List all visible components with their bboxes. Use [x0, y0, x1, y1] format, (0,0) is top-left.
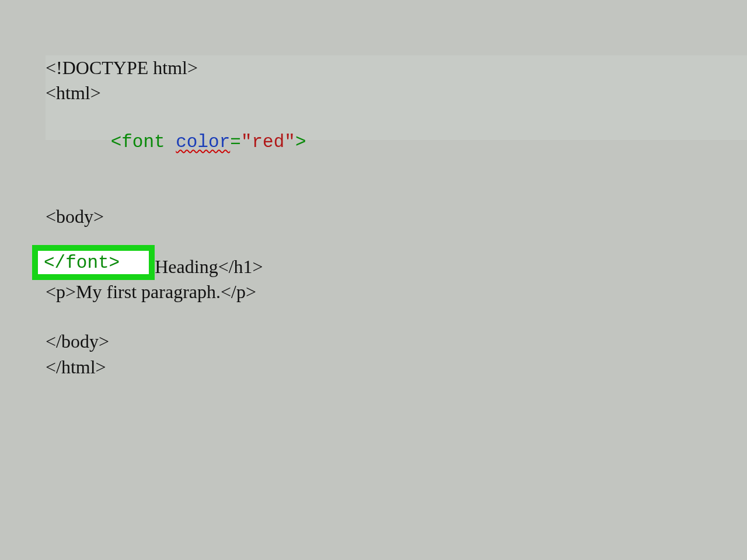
code-line-html-close: </html>	[46, 355, 747, 380]
code-line-p: <p>My first paragraph.</p>	[46, 279, 747, 304]
code-line-body-open: <body>	[46, 204, 747, 229]
font-val-red: "red"	[241, 132, 295, 152]
font-attr-color: color	[176, 132, 230, 152]
blank-line	[46, 179, 747, 204]
code-line-doctype: <!DOCTYPE html>	[46, 55, 747, 80]
font-eq: =	[230, 132, 241, 152]
code-line-body-close: </body>	[46, 329, 747, 354]
code-line-font-open: <font color="red">	[46, 106, 747, 179]
font-tag-open: <font	[111, 132, 176, 152]
highlight-text: </font>	[44, 253, 120, 273]
code-line-html-open: <html>	[46, 80, 747, 106]
highlight-annotation: </font>	[32, 245, 155, 280]
code-editor[interactable]: <!DOCTYPE html> <html> <font color="red"…	[46, 55, 747, 380]
font-close-bracket: >	[295, 132, 306, 152]
